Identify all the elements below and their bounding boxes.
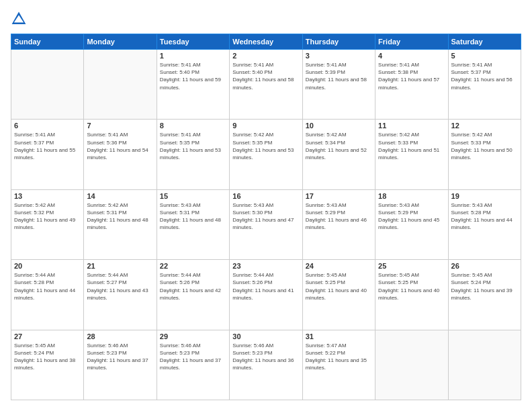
day-number: 27	[14, 332, 81, 340]
day-number: 15	[160, 192, 226, 200]
day-number: 1	[160, 52, 226, 60]
logo-icon	[11, 11, 27, 27]
calendar-cell	[84, 50, 157, 120]
day-number: 14	[87, 192, 153, 200]
day-number: 4	[378, 52, 445, 60]
page: SundayMondayTuesdayWednesdayThursdayFrid…	[0, 0, 532, 411]
day-info: Sunrise: 5:45 AM Sunset: 5:25 PM Dayligh…	[378, 271, 445, 302]
day-header-saturday: Saturday	[448, 34, 521, 50]
calendar-cell: 31Sunrise: 5:47 AM Sunset: 5:22 PM Dayli…	[302, 330, 375, 400]
header	[11, 11, 521, 27]
day-number: 18	[378, 192, 445, 200]
day-number: 3	[306, 52, 372, 60]
calendar-cell: 19Sunrise: 5:43 AM Sunset: 5:28 PM Dayli…	[448, 189, 521, 259]
day-number: 23	[232, 262, 299, 270]
calendar-cell: 16Sunrise: 5:43 AM Sunset: 5:30 PM Dayli…	[230, 189, 302, 259]
day-info: Sunrise: 5:44 AM Sunset: 5:26 PM Dayligh…	[232, 271, 299, 302]
day-number: 31	[306, 332, 372, 340]
day-header-sunday: Sunday	[11, 34, 84, 50]
calendar-cell: 23Sunrise: 5:44 AM Sunset: 5:26 PM Dayli…	[230, 260, 302, 330]
calendar-cell: 1Sunrise: 5:41 AM Sunset: 5:40 PM Daylig…	[157, 50, 229, 120]
calendar-cell: 6Sunrise: 5:41 AM Sunset: 5:37 PM Daylig…	[11, 120, 84, 189]
day-number: 24	[306, 262, 372, 270]
calendar-cell: 11Sunrise: 5:42 AM Sunset: 5:33 PM Dayli…	[375, 120, 448, 189]
day-info: Sunrise: 5:43 AM Sunset: 5:29 PM Dayligh…	[378, 201, 445, 232]
day-number: 29	[160, 332, 226, 340]
calendar-cell: 8Sunrise: 5:41 AM Sunset: 5:35 PM Daylig…	[157, 120, 229, 189]
calendar-cell: 29Sunrise: 5:46 AM Sunset: 5:23 PM Dayli…	[157, 330, 229, 400]
day-header-monday: Monday	[84, 34, 157, 50]
day-number: 28	[87, 332, 153, 340]
calendar-cell: 5Sunrise: 5:41 AM Sunset: 5:37 PM Daylig…	[448, 50, 521, 120]
day-number: 19	[451, 192, 518, 200]
calendar-cell: 14Sunrise: 5:42 AM Sunset: 5:31 PM Dayli…	[84, 189, 157, 259]
day-info: Sunrise: 5:41 AM Sunset: 5:38 PM Dayligh…	[378, 61, 445, 91]
calendar-cell: 13Sunrise: 5:42 AM Sunset: 5:32 PM Dayli…	[11, 189, 84, 259]
day-number: 5	[451, 52, 518, 60]
calendar-cell	[375, 330, 448, 400]
day-info: Sunrise: 5:45 AM Sunset: 5:25 PM Dayligh…	[306, 271, 372, 302]
calendar-cell: 15Sunrise: 5:43 AM Sunset: 5:31 PM Dayli…	[157, 189, 229, 259]
calendar-cell: 9Sunrise: 5:42 AM Sunset: 5:35 PM Daylig…	[230, 120, 302, 189]
calendar-cell: 2Sunrise: 5:41 AM Sunset: 5:40 PM Daylig…	[230, 50, 302, 120]
day-number: 16	[232, 192, 299, 200]
calendar-cell: 21Sunrise: 5:44 AM Sunset: 5:27 PM Dayli…	[84, 260, 157, 330]
day-number: 21	[87, 262, 153, 270]
day-info: Sunrise: 5:41 AM Sunset: 5:35 PM Dayligh…	[160, 131, 226, 161]
day-number: 17	[306, 192, 372, 200]
day-info: Sunrise: 5:44 AM Sunset: 5:26 PM Dayligh…	[160, 271, 226, 302]
day-info: Sunrise: 5:45 AM Sunset: 5:24 PM Dayligh…	[14, 342, 81, 372]
day-info: Sunrise: 5:41 AM Sunset: 5:40 PM Dayligh…	[160, 61, 226, 91]
day-info: Sunrise: 5:42 AM Sunset: 5:33 PM Dayligh…	[378, 131, 445, 161]
calendar-cell: 17Sunrise: 5:43 AM Sunset: 5:29 PM Dayli…	[302, 189, 375, 259]
day-number: 2	[232, 52, 299, 60]
calendar-cell: 25Sunrise: 5:45 AM Sunset: 5:25 PM Dayli…	[375, 260, 448, 330]
day-info: Sunrise: 5:43 AM Sunset: 5:29 PM Dayligh…	[306, 201, 372, 232]
calendar-cell: 27Sunrise: 5:45 AM Sunset: 5:24 PM Dayli…	[11, 330, 84, 400]
calendar-cell: 26Sunrise: 5:45 AM Sunset: 5:24 PM Dayli…	[448, 260, 521, 330]
day-info: Sunrise: 5:42 AM Sunset: 5:34 PM Dayligh…	[306, 131, 372, 161]
day-info: Sunrise: 5:46 AM Sunset: 5:23 PM Dayligh…	[87, 342, 153, 372]
calendar-cell: 3Sunrise: 5:41 AM Sunset: 5:39 PM Daylig…	[302, 50, 375, 120]
day-number: 20	[14, 262, 81, 270]
day-info: Sunrise: 5:43 AM Sunset: 5:30 PM Dayligh…	[232, 201, 299, 232]
day-info: Sunrise: 5:43 AM Sunset: 5:28 PM Dayligh…	[451, 201, 518, 232]
day-info: Sunrise: 5:41 AM Sunset: 5:37 PM Dayligh…	[14, 131, 81, 161]
day-info: Sunrise: 5:43 AM Sunset: 5:31 PM Dayligh…	[160, 201, 226, 232]
day-info: Sunrise: 5:41 AM Sunset: 5:39 PM Dayligh…	[306, 61, 372, 91]
calendar-table: SundayMondayTuesdayWednesdayThursdayFrid…	[11, 34, 521, 400]
day-info: Sunrise: 5:41 AM Sunset: 5:37 PM Dayligh…	[451, 61, 518, 91]
day-info: Sunrise: 5:41 AM Sunset: 5:36 PM Dayligh…	[87, 131, 153, 161]
day-number: 25	[378, 262, 445, 270]
calendar-cell	[11, 50, 84, 120]
day-number: 22	[160, 262, 226, 270]
day-number: 30	[232, 332, 299, 340]
day-number: 6	[14, 122, 81, 130]
calendar-cell: 7Sunrise: 5:41 AM Sunset: 5:36 PM Daylig…	[84, 120, 157, 189]
day-header-wednesday: Wednesday	[230, 34, 302, 50]
day-info: Sunrise: 5:42 AM Sunset: 5:31 PM Dayligh…	[87, 201, 153, 232]
calendar-cell: 24Sunrise: 5:45 AM Sunset: 5:25 PM Dayli…	[302, 260, 375, 330]
day-number: 9	[232, 122, 299, 130]
calendar-cell: 22Sunrise: 5:44 AM Sunset: 5:26 PM Dayli…	[157, 260, 229, 330]
day-number: 7	[87, 122, 153, 130]
calendar-cell: 20Sunrise: 5:44 AM Sunset: 5:28 PM Dayli…	[11, 260, 84, 330]
logo	[11, 11, 30, 27]
day-info: Sunrise: 5:42 AM Sunset: 5:32 PM Dayligh…	[14, 201, 81, 232]
day-info: Sunrise: 5:46 AM Sunset: 5:23 PM Dayligh…	[160, 342, 226, 372]
calendar-cell: 18Sunrise: 5:43 AM Sunset: 5:29 PM Dayli…	[375, 189, 448, 259]
day-info: Sunrise: 5:45 AM Sunset: 5:24 PM Dayligh…	[451, 271, 518, 302]
day-number: 26	[451, 262, 518, 270]
day-info: Sunrise: 5:42 AM Sunset: 5:33 PM Dayligh…	[451, 131, 518, 161]
day-number: 10	[306, 122, 372, 130]
calendar-cell	[448, 330, 521, 400]
day-number: 12	[451, 122, 518, 130]
calendar-cell: 12Sunrise: 5:42 AM Sunset: 5:33 PM Dayli…	[448, 120, 521, 189]
day-number: 13	[14, 192, 81, 200]
day-header-tuesday: Tuesday	[157, 34, 229, 50]
day-info: Sunrise: 5:47 AM Sunset: 5:22 PM Dayligh…	[306, 342, 372, 372]
day-info: Sunrise: 5:41 AM Sunset: 5:40 PM Dayligh…	[232, 61, 299, 91]
day-number: 8	[160, 122, 226, 130]
calendar-cell: 28Sunrise: 5:46 AM Sunset: 5:23 PM Dayli…	[84, 330, 157, 400]
day-number: 11	[378, 122, 445, 130]
